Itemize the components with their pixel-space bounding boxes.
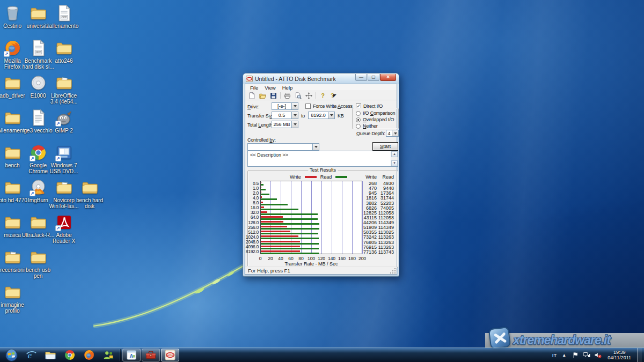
- desktop-icon-adobe-reader-x[interactable]: ↗Adobe Reader X: [47, 213, 80, 244]
- chart-gridline: [321, 181, 322, 254]
- print-button[interactable]: [282, 92, 292, 100]
- desktop-icon-immagine-profilo[interactable]: immagine profilo: [0, 283, 29, 314]
- taskbar-item-mozilla-firefox[interactable]: [80, 349, 98, 361]
- title-bar[interactable]: Untitled - ATTO Disk Benchmark — ▢ ✕: [243, 73, 399, 84]
- desktop-icon-libreoffice-3-4-4e54[interactable]: LibreOffice 3.4 (4e54...: [47, 74, 80, 105]
- radio-neither[interactable]: Neither: [356, 123, 398, 129]
- radio-i-o-comparison[interactable]: I/O Comparison: [356, 110, 398, 116]
- desktop-icon-gimp-2[interactable]: ↗GIMP 2: [47, 109, 80, 134]
- network-icon[interactable]: [583, 351, 590, 359]
- controlled-by-combobox[interactable]: [247, 143, 319, 151]
- resize-grip[interactable]: [390, 268, 396, 274]
- svg-text:ODT: ODT: [61, 16, 67, 19]
- desktop-icon-bench-hard-disk[interactable]: bench hard disk: [73, 179, 106, 209]
- windows-explorer-icon: [45, 349, 56, 361]
- taskbar-clock[interactable]: 19:39 04/11/2011: [605, 350, 633, 360]
- chart-x-tick-label: 80: [298, 256, 303, 261]
- taskbar-separator: [120, 349, 120, 361]
- description-box[interactable]: << Description >> ▲ ▼: [247, 151, 398, 167]
- total-length-dropdown-arrow-icon[interactable]: [291, 121, 298, 128]
- hidden-icons-chevron-icon[interactable]: ▲: [560, 351, 568, 359]
- read-bar: [261, 189, 266, 190]
- drive-dropdown-arrow-icon[interactable]: [291, 103, 298, 109]
- text-doc-icon: [30, 109, 47, 127]
- odt-doc-icon: ODT: [55, 4, 73, 22]
- radio-button-icon[interactable]: [356, 111, 361, 116]
- save-button[interactable]: [268, 92, 279, 100]
- io-mode-radio-group: I/O ComparisonOverlapped I/ONeither: [352, 108, 399, 129]
- xtremehardware-logo-icon: [488, 327, 511, 349]
- controlled-by-dropdown-arrow-icon[interactable]: [312, 144, 319, 150]
- new-document-button[interactable]: [247, 92, 257, 100]
- atto-disk-benchmark-window: Untitled - ATTO Disk Benchmark — ▢ ✕ Fil…: [243, 73, 399, 277]
- transfer-to-dropdown-arrow-icon[interactable]: [328, 112, 334, 119]
- write-bar: [261, 250, 300, 252]
- gimp-icon: ↗: [55, 109, 73, 127]
- taskbar-item-windows-explorer[interactable]: [41, 349, 60, 361]
- folder-icon: [81, 179, 99, 196]
- desktop-icon-atto246[interactable]: atto246: [47, 39, 80, 64]
- chart-gridline: [332, 181, 332, 254]
- scroll-up-icon[interactable]: ▲: [391, 151, 398, 157]
- disc-icon: [30, 74, 47, 92]
- atto-benchmark-icon: ATTO: [164, 349, 176, 361]
- open-folder-button[interactable]: [258, 92, 268, 100]
- menu-file[interactable]: File: [247, 85, 261, 91]
- chart-y-tick-label: 8192.0: [245, 249, 259, 254]
- action-center-flag-icon[interactable]: [572, 351, 579, 359]
- scroll-down-icon[interactable]: ▼: [391, 160, 398, 166]
- desktop-icon-windows-7-usb-dvd[interactable]: ↗Windows 7 USB DVD...: [47, 144, 80, 174]
- wallpaper-sprig: [86, 252, 258, 333]
- svg-text:ODT: ODT: [35, 51, 41, 54]
- language-indicator[interactable]: IT: [552, 352, 557, 358]
- close-button[interactable]: ✕: [380, 74, 396, 81]
- write-bar: [261, 241, 300, 242]
- move-button[interactable]: [304, 92, 314, 100]
- radio-button-icon[interactable]: [356, 117, 361, 122]
- chart-x-tick-label: 180: [348, 256, 356, 261]
- queue-depth-combobox[interactable]: 4: [386, 130, 399, 137]
- taskbar-item-wordpad[interactable]: A: [122, 349, 141, 361]
- start-button[interactable]: Start: [372, 142, 398, 151]
- volume-muted-icon[interactable]: [594, 351, 602, 359]
- transfer-size-to-combobox[interactable]: 8192.0: [308, 112, 335, 119]
- taskbar-item-toolbox-app[interactable]: [142, 349, 160, 361]
- drive-combobox[interactable]: [-e-]: [272, 102, 298, 110]
- taskbar-item-google-chrome[interactable]: [61, 349, 79, 361]
- menu-help[interactable]: Help: [279, 85, 296, 91]
- chart-gridline: [352, 181, 353, 254]
- print-preview-button[interactable]: [293, 92, 303, 100]
- shortcut-arrow-icon: ↗: [55, 121, 61, 127]
- show-desktop-button[interactable]: [637, 348, 642, 362]
- desktop-icon-allenamento[interactable]: ODTallenamento: [47, 4, 80, 29]
- radio-button-icon[interactable]: [356, 124, 361, 129]
- total-length-combobox[interactable]: 256 MB: [272, 121, 298, 128]
- chart-x-tick-label: 0: [259, 256, 262, 261]
- taskbar-item-internet-explorer[interactable]: e: [22, 349, 40, 361]
- transfer-size-from-combobox[interactable]: 0.5: [272, 112, 298, 119]
- legend-label-read: Read: [320, 174, 332, 180]
- write-bar: [261, 235, 298, 237]
- queue-depth-dropdown-arrow-icon[interactable]: [392, 130, 398, 136]
- taskbar-item-messenger[interactable]: [99, 349, 118, 361]
- results-column-headers: Write Read: [353, 174, 394, 180]
- clock-date: 04/11/2011: [608, 355, 631, 360]
- start-button[interactable]: [3, 349, 19, 362]
- read-bar: [261, 209, 298, 210]
- radio-overlapped-i-o[interactable]: Overlapped I/O: [356, 116, 398, 123]
- atto-app-icon: [246, 76, 253, 82]
- description-scrollbar[interactable]: ▲ ▼: [391, 151, 398, 166]
- write-column-header: Write: [353, 174, 377, 180]
- menu-view[interactable]: View: [261, 85, 279, 91]
- transfer-from-dropdown-arrow-icon[interactable]: [291, 112, 298, 119]
- maximize-button[interactable]: ▢: [368, 74, 379, 81]
- chart-x-tick-label: 40: [278, 256, 283, 261]
- taskbar-item-atto-benchmark[interactable]: ATTO: [161, 349, 179, 361]
- minimize-button[interactable]: —: [355, 74, 367, 81]
- help-button[interactable]: ?: [318, 92, 328, 100]
- checkbox-box-icon[interactable]: [305, 104, 311, 109]
- desktop-icon-bench-usb-pen[interactable]: bench usb pen: [21, 248, 55, 279]
- desktop-icon-label: LibreOffice 3.4 (4e54...: [47, 93, 80, 105]
- context-help-button[interactable]: ?◤: [328, 92, 339, 100]
- force-write-access-checkbox[interactable]: Force Write Access: [305, 104, 353, 109]
